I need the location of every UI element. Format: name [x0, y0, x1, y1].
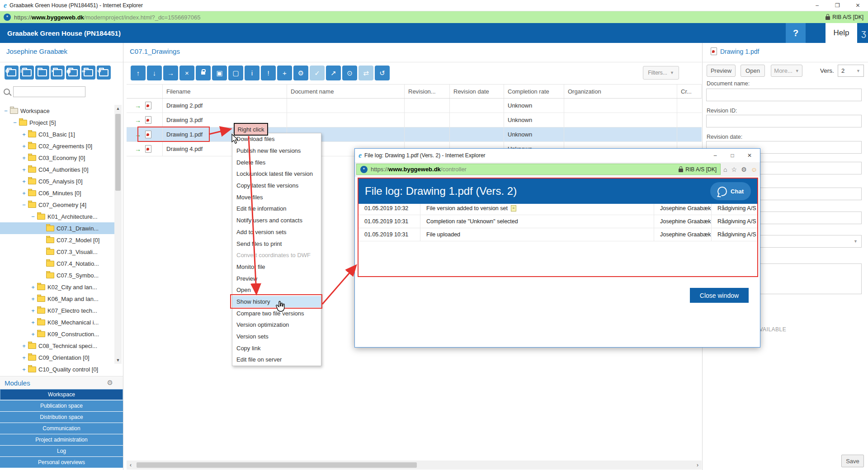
help-button[interactable]: Help	[826, 23, 857, 43]
table-row[interactable]: →Drawing 2.pdfUnknown	[127, 99, 702, 113]
menu-item-version-sets[interactable]: Version sets	[232, 331, 321, 343]
settings-icon[interactable]: ⚙	[741, 166, 747, 173]
document-name-input[interactable]	[706, 89, 862, 101]
tree-item[interactable]: +C04_Authorities [0]	[0, 164, 114, 175]
expand-icon[interactable]: +	[21, 166, 27, 173]
tree-item[interactable]: +C05_Analysis [0]	[0, 175, 114, 187]
expand-icon[interactable]: +	[21, 354, 27, 361]
close-button[interactable]: ✕	[741, 149, 758, 162]
scrollbar-thumb[interactable]	[115, 114, 121, 191]
gear-icon[interactable]: ⚙	[107, 379, 113, 387]
tree-item[interactable]: +C01_Basic [1]	[0, 128, 114, 140]
tree-item[interactable]: −Project [5]	[0, 117, 114, 128]
tree-scrollbar[interactable]: ▲ ▼	[114, 105, 122, 364]
file-settings-button[interactable]: ⚙	[293, 66, 308, 80]
tree-item[interactable]: +K08_Mechanical i...	[0, 316, 114, 328]
move-files-button[interactable]: →	[163, 66, 178, 80]
file-info-button[interactable]: i	[245, 66, 259, 80]
folder-link-button[interactable]: ∞	[81, 66, 95, 80]
lock-files-button[interactable]	[196, 66, 211, 80]
module-button-personal-overviews[interactable]: Personal overviews	[0, 457, 123, 468]
module-button-project-administration[interactable]: Project administration	[0, 434, 123, 445]
preview-file-button[interactable]: ⊙	[342, 66, 357, 80]
collapse-icon[interactable]: −	[30, 213, 36, 220]
menu-item-move-files[interactable]: Move files	[232, 191, 321, 203]
menu-item-publish-new-file-versions[interactable]: Publish new file versions	[232, 145, 321, 157]
tree-item[interactable]: +K06_Map and lan...	[0, 293, 114, 305]
search-input[interactable]	[13, 86, 85, 97]
tree-item[interactable]: −K01_Architecture...	[0, 211, 114, 222]
tree-item[interactable]: C07.1_Drawin...	[0, 222, 114, 234]
tree-item[interactable]: +C03_Economy [0]	[0, 152, 114, 164]
save-button[interactable]: Save	[841, 455, 864, 467]
tree-item[interactable]: +K09_Construction...	[0, 328, 114, 340]
more-button[interactable]: More...▼	[771, 65, 802, 77]
filters-button[interactable]: Filters...▼	[643, 66, 679, 80]
favorites-icon[interactable]: ☆	[731, 166, 737, 173]
expand-icon[interactable]: +	[21, 143, 27, 150]
folder-new-button[interactable]	[35, 66, 49, 80]
tree-item[interactable]: C07.3_Visuali...	[0, 246, 114, 258]
popup-url-field[interactable]: * https://www.byggeweb.dk/controller RIB…	[356, 164, 721, 175]
module-button-publication-space[interactable]: Publication space	[0, 400, 123, 411]
publish-file-button[interactable]: ↗	[326, 66, 341, 80]
tree-item[interactable]: +C09_Orientation [0]	[0, 352, 114, 363]
expand-icon[interactable]: +	[30, 307, 36, 314]
scroll-up-icon[interactable]: ▲	[114, 105, 122, 112]
scroll-down-icon[interactable]: ▼	[114, 357, 122, 364]
scroll-right-icon[interactable]: ›	[693, 461, 702, 470]
copy-files-button[interactable]: ▣	[212, 66, 227, 80]
folder-preview-button[interactable]: ◉	[66, 66, 80, 80]
menu-item-copy-link[interactable]: Copy link	[232, 342, 321, 354]
folder-settings-button[interactable]: ⚙	[5, 66, 19, 80]
menu-item-notify-users-and-contacts[interactable]: Notify users and contacts	[232, 215, 321, 226]
tree-item[interactable]: C07.5_Symbo...	[0, 269, 114, 281]
close-button[interactable]: ✕	[848, 0, 868, 11]
open-button[interactable]: Open	[741, 65, 765, 77]
menu-item-monitor-file[interactable]: Monitor file	[232, 261, 321, 273]
scrollbar-thumb[interactable]	[137, 462, 417, 468]
download-files-button[interactable]: ↓	[147, 66, 162, 80]
module-button-log[interactable]: Log	[0, 446, 123, 456]
expand-icon[interactable]: +	[30, 296, 36, 302]
menu-item-edit-file-information[interactable]: Edit file information	[232, 203, 321, 215]
add-file-button[interactable]: +	[277, 66, 292, 80]
expand-icon[interactable]: +	[21, 366, 27, 373]
menu-item-show-history[interactable]: Show history	[232, 296, 321, 308]
menu-item-compare-two-file-versions[interactable]: Compare two file versions	[232, 307, 321, 319]
tree-item[interactable]: +C06_Minutes [0]	[0, 187, 114, 199]
restore-button[interactable]: ❐	[827, 0, 848, 11]
file-warning-button[interactable]: !	[261, 66, 276, 80]
collapse-icon[interactable]: −	[21, 202, 27, 208]
expand-icon[interactable]: +	[21, 343, 27, 349]
chat-button[interactable]: Chat	[710, 182, 751, 200]
module-button-distribution-space[interactable]: Distribution space	[0, 412, 123, 423]
home-icon[interactable]: ⌂	[723, 166, 727, 173]
collapse-icon[interactable]: −	[12, 119, 18, 126]
delete-files-button[interactable]: ×	[179, 66, 194, 80]
tree-item[interactable]: C07.4_Notatio...	[0, 258, 114, 269]
expand-icon[interactable]: +	[30, 284, 36, 291]
version-select[interactable]: 2▼	[838, 65, 864, 77]
menu-item-copy-latest-file-versions[interactable]: Copy latest file versions	[232, 180, 321, 192]
tree-item[interactable]: +K02_City and lan...	[0, 281, 114, 293]
expand-icon[interactable]: +	[21, 131, 27, 138]
upload-files-button[interactable]: ↑	[131, 66, 146, 80]
minimize-button[interactable]: –	[707, 149, 724, 162]
expand-icon[interactable]: +	[21, 155, 27, 161]
module-button-workspace[interactable]: Workspace	[0, 389, 123, 400]
tree-item[interactable]: C07.2_Model [0]	[0, 234, 114, 246]
help-icon[interactable]: ?	[786, 23, 806, 43]
scroll-left-icon[interactable]: ‹	[127, 461, 135, 470]
file-history-button[interactable]: ↺	[375, 66, 390, 80]
menu-item-add-to-version-sets[interactable]: Add to version sets	[232, 226, 321, 238]
tree-item[interactable]: −C07_Geometry [4]	[0, 199, 114, 211]
feedback-icon[interactable]: ☺	[751, 166, 757, 173]
module-button-communication[interactable]: Communication	[0, 423, 123, 434]
tree-item[interactable]: −Workspace	[0, 105, 114, 117]
close-window-button[interactable]: Close window	[690, 288, 749, 303]
tree-item[interactable]: +C02_Agreements [0]	[0, 140, 114, 152]
horizontal-scrollbar[interactable]: ‹ ›	[127, 461, 702, 470]
compare-files-button[interactable]: ⇄	[359, 66, 373, 80]
revision-id-input[interactable]	[706, 115, 862, 127]
